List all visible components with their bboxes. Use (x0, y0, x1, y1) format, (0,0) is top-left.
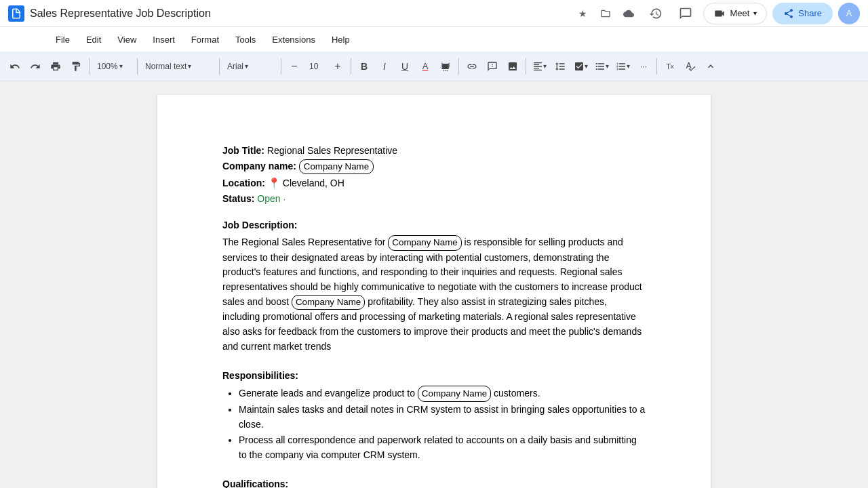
menu-help[interactable]: Help (325, 32, 357, 47)
zoom-dropdown[interactable]: 100% ▾ (93, 56, 134, 77)
text-color-button[interactable]: A (416, 56, 435, 77)
qualifications-heading: Qualifications: (222, 477, 646, 488)
document-title[interactable]: Sales Representative Job Description (30, 7, 568, 20)
insert-image-button[interactable] (503, 56, 522, 77)
page-area: Job Title: Regional Sales Representative… (0, 81, 868, 488)
avatar[interactable]: A (838, 3, 860, 24)
job-title-field: Job Title: Regional Sales Representative (222, 144, 646, 158)
top-bar: Sales Representative Job Description ★ M… (0, 0, 868, 27)
toolbar-divider-8 (656, 58, 657, 75)
line-spacing-button[interactable] (551, 56, 570, 77)
toolbar-divider-3 (219, 58, 220, 75)
job-description-paragraph: The Regional Sales Representative for Co… (222, 235, 646, 354)
status-value: Open (257, 193, 280, 204)
job-desc-text-1: The Regional Sales Representative for (222, 237, 388, 247)
right-controls: Meet ▾ Share A (644, 1, 860, 26)
menu-edit[interactable]: Edit (79, 32, 108, 47)
text-style-dropdown[interactable]: Normal text ▾ (141, 56, 216, 77)
menu-extensions[interactable]: Extensions (265, 32, 322, 47)
company-name-chip: Company Name (299, 159, 374, 174)
resp-1-text-start: Generate leads and evangelize product to (239, 388, 418, 399)
company-name-label: Company name: (222, 161, 296, 171)
toolbar-collapse-button[interactable] (701, 56, 720, 77)
text-style-value: Normal text (145, 62, 186, 71)
font-dropdown[interactable]: Arial ▾ (223, 56, 277, 77)
toolbar-divider-1 (89, 58, 90, 75)
bullet-list-button[interactable]: ▾ (592, 56, 612, 77)
text-style-chevron: ▾ (188, 62, 191, 70)
share-button[interactable]: Share (772, 3, 833, 24)
company-name-field: Company name: Company Name (222, 159, 646, 174)
location-value: Cleveland, OH (283, 178, 344, 188)
menu-tools[interactable]: Tools (229, 32, 262, 47)
job-title-label: Job Title: (222, 145, 264, 156)
job-title-value: Regional Sales Representative (267, 145, 397, 156)
status-field: Status: Open · (222, 192, 646, 206)
zoom-value: 100% (97, 62, 118, 71)
paint-format-button[interactable] (66, 56, 85, 77)
comment-button[interactable] (673, 1, 698, 26)
align-button[interactable]: ▾ (530, 56, 549, 77)
menu-file[interactable]: File (49, 32, 77, 47)
checklist-button[interactable]: ▾ (571, 56, 591, 77)
company-chip-1: Company Name (388, 235, 461, 251)
meet-chevron: ▾ (753, 9, 757, 17)
bold-button[interactable]: B (355, 56, 374, 77)
list-item: Process all correspondence and paperwork… (239, 432, 646, 463)
link-button[interactable] (462, 56, 481, 77)
toolbar-divider-2 (137, 58, 138, 75)
underline-button[interactable]: U (395, 56, 414, 77)
zoom-chevron: ▾ (119, 62, 123, 70)
font-size-value: 10 (309, 62, 318, 71)
title-icons: ★ (573, 4, 638, 23)
font-size-decrease-button[interactable]: − (285, 56, 304, 77)
document-page: Job Title: Regional Sales Representative… (157, 95, 711, 488)
responsibilities-heading: Responsibilities: (222, 369, 646, 383)
location-field: Location: 📍 Cleveland, OH (222, 176, 646, 190)
font-value: Arial (227, 62, 243, 71)
location-pin-icon: 📍 (268, 178, 280, 188)
add-comment-button[interactable] (483, 56, 502, 77)
toolbar-divider-7 (526, 58, 526, 75)
meet-button[interactable]: Meet ▾ (703, 3, 767, 24)
docs-icon (8, 5, 24, 22)
spellcheck-button[interactable] (681, 56, 700, 77)
clear-formatting-button[interactable]: Tx (660, 56, 679, 77)
font-chevron: ▾ (245, 62, 248, 70)
font-size-increase-button[interactable]: + (328, 56, 347, 77)
toolbar-divider-6 (458, 58, 459, 75)
redo-button[interactable] (26, 56, 45, 77)
location-label: Location: (222, 178, 265, 188)
job-description-heading: Job Description: (222, 218, 646, 232)
company-chip-resp: Company Name (418, 386, 491, 401)
history-button[interactable] (644, 1, 668, 26)
menu-format[interactable]: Format (184, 32, 226, 47)
status-dot: · (283, 194, 285, 204)
status-label: Status: (222, 193, 254, 204)
menu-insert[interactable]: Insert (146, 32, 182, 47)
list-item: Maintain sales tasks and detail notes in… (239, 402, 646, 432)
more-formats-button[interactable]: ··· (634, 56, 653, 77)
cloud-save-icon[interactable] (619, 4, 638, 23)
move-to-folder-icon[interactable] (596, 4, 615, 23)
font-size-input[interactable]: 10 (305, 56, 327, 77)
responsibilities-list: Generate leads and evangelize product to… (239, 386, 646, 462)
highlight-button[interactable] (436, 56, 455, 77)
resp-1-text-end: customers. (491, 388, 540, 399)
undo-button[interactable] (5, 56, 24, 77)
star-icon[interactable]: ★ (573, 4, 592, 23)
menu-view[interactable]: View (111, 32, 143, 47)
italic-button[interactable]: I (375, 56, 394, 77)
company-chip-2: Company Name (292, 295, 365, 310)
toolbar-divider-5 (351, 58, 351, 75)
numbered-list-button[interactable]: ▾ (613, 56, 633, 77)
print-button[interactable] (46, 56, 65, 77)
toolbar: 100% ▾ Normal text ▾ Arial ▾ − 10 + B I … (0, 52, 868, 81)
toolbar-divider-4 (281, 58, 281, 75)
menu-bar: File Edit View Insert Format Tools Exten… (0, 27, 868, 52)
list-item: Generate leads and evangelize product to… (239, 386, 646, 401)
meet-label: Meet (730, 8, 749, 18)
share-label: Share (798, 8, 822, 18)
